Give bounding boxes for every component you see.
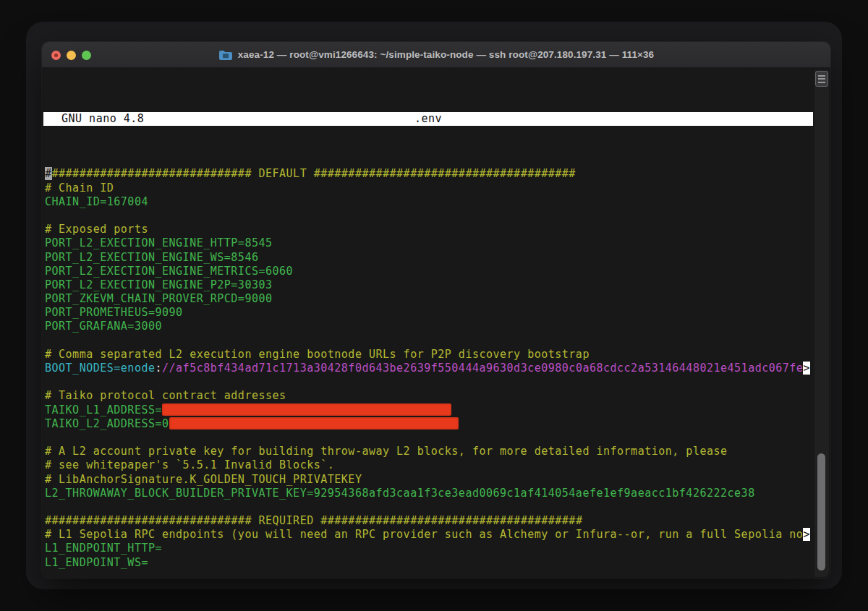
text-segment: PORT_ZKEVM_CHAIN_PROVER_RPCD=9000	[45, 292, 273, 305]
terminal-line: PORT_L2_EXECTION_ENGINE_METRICS=6060	[43, 265, 813, 278]
terminal-line: # Comma separated L2 execution engine bo…	[43, 348, 813, 362]
text-segment: PORT_L2_EXECTION_ENGINE_METRICS=6060	[45, 265, 293, 278]
text-segment: REQUIRED	[252, 514, 320, 527]
terminal-window: xaea-12 — root@vmi1266643: ~/simple-taik…	[42, 42, 830, 578]
text-segment: TAIKO_L1_ADDRESS=	[45, 403, 162, 416]
terminal-line: # L1 Sepolia RPC endpoints (you will nee…	[43, 528, 813, 542]
text-segment: BOOT_NODES=enode	[45, 362, 156, 375]
terminal-line	[43, 209, 813, 223]
terminal-line: L2_THROWAWAY_BLOCK_BUILDER_PRIVATE_KEY=9…	[43, 487, 813, 500]
terminal-screen: GNU nano 4.8 .env ######################…	[43, 70, 813, 578]
terminal-line	[43, 375, 813, 389]
line-continuation-marker: >	[803, 528, 810, 541]
terminal-line: L1_ENDPOINT_WS=	[43, 556, 813, 570]
text-segment: # Chain ID	[45, 181, 114, 195]
text-segment: CHAIN_ID=167004	[45, 195, 148, 208]
close-button[interactable]	[51, 51, 61, 60]
terminal-line: # Taiko protocol contract addresses	[43, 389, 813, 403]
text-segment: # see whitepaper's `5.5.1 Invalid Blocks…	[45, 458, 334, 471]
terminal-line: # A L2 account private key for building …	[43, 445, 813, 458]
text-segment: :	[156, 362, 163, 375]
window-titlebar[interactable]: xaea-12 — root@vmi1266643: ~/simple-taik…	[42, 42, 830, 68]
text-segment: # LibAnchorSignature.K_GOLDEN_TOUCH_PRIV…	[45, 473, 362, 486]
text-segment: DEFAULT	[252, 167, 314, 180]
terminal-line: PORT_ZKEVM_CHAIN_PROVER_RPCD=9000	[43, 292, 813, 306]
terminal-line: L1_ENDPOINT_HTTP=	[43, 542, 813, 555]
terminal-line: ############################## DEFAULT #…	[43, 167, 813, 181]
line-continuation-marker: >	[803, 362, 810, 375]
text-segment: ######################################	[320, 514, 582, 527]
traffic-lights	[51, 42, 91, 68]
text-segment: L1_ENDPOINT_HTTP=	[45, 542, 162, 555]
terminal-line: PORT_PROMETHEUS=9090	[43, 306, 813, 320]
folder-icon	[218, 49, 233, 61]
text-segment: TAIKO_L2_ADDRESS=0	[45, 417, 169, 430]
terminal-line: TAIKO_L1_ADDRESS=	[43, 403, 813, 417]
text-segment: # Exposed ports	[45, 223, 148, 236]
terminal-line	[43, 500, 813, 514]
terminal-line: ############################## REQUIRED …	[43, 514, 813, 528]
title-group: xaea-12 — root@vmi1266643: ~/simple-taik…	[218, 49, 654, 61]
text-segment: ##############################	[45, 514, 252, 527]
text-segment: # Comma separated L2 execution engine bo…	[45, 348, 590, 361]
cursor-block: #	[45, 167, 52, 180]
terminal-line: TAIKO_L2_ADDRESS=0	[43, 417, 813, 431]
terminal-line: PORT_L2_EXECTION_ENGINE_WS=8546	[43, 251, 813, 265]
nano-titlebar: GNU nano 4.8 .env	[43, 112, 813, 126]
terminal-line: # Chain ID	[43, 181, 813, 195]
terminal-line: BOOT_NODES=enode://af5c8bf434ad71c1713a3…	[43, 362, 813, 375]
text-segment: PORT_GRAFANA=3000	[45, 320, 162, 333]
nano-filename: .env	[414, 112, 442, 126]
text-segment: # Taiko protocol contract addresses	[45, 389, 286, 402]
terminal-line: # Exposed ports	[43, 223, 813, 236]
text-segment: L2_THROWAWAY_BLOCK_BUILDER_PRIVATE_KEY=9…	[45, 487, 755, 500]
terminal-lines: ############################## DEFAULT #…	[43, 167, 813, 578]
text-segment: PORT_PROMETHEUS=9090	[45, 306, 183, 319]
terminal-line: PORT_GRAFANA=3000	[43, 320, 813, 333]
text-segment: PORT_L2_EXECTION_ENGINE_HTTP=8545	[45, 236, 273, 249]
text-segment: //af5c8bf434ad71c1713a30428f0d643be2639f…	[162, 362, 803, 375]
terminal-line: # see whitepaper's `5.5.1 Invalid Blocks…	[43, 458, 813, 472]
text-segment: L1_ENDPOINT_WS=	[45, 556, 148, 569]
text-segment: PORT_L2_EXECTION_ENGINE_P2P=30303	[45, 278, 273, 291]
terminal-line: PORT_L2_EXECTION_ENGINE_P2P=30303	[43, 278, 813, 292]
scroll-mark-icon[interactable]	[815, 71, 828, 87]
terminal-line	[43, 431, 813, 445]
nano-app-version: GNU nano 4.8	[61, 112, 144, 126]
terminal-line	[43, 570, 813, 578]
redaction-bar	[162, 403, 451, 416]
terminal-line	[43, 334, 813, 348]
terminal-view[interactable]: GNU nano 4.8 .env ######################…	[42, 69, 830, 578]
zoom-button[interactable]	[82, 51, 91, 60]
text-segment: # A L2 account private key for building …	[45, 445, 728, 458]
scrollbar-track[interactable]	[814, 70, 829, 577]
redaction-bar	[169, 417, 459, 430]
minimize-button[interactable]	[67, 51, 76, 60]
terminal-line: PORT_L2_EXECTION_ENGINE_HTTP=8545	[43, 236, 813, 250]
text-segment: #############################	[52, 167, 252, 180]
terminal-line: CHAIN_ID=167004	[43, 195, 813, 209]
scrollbar-thumb[interactable]	[817, 453, 825, 571]
text-segment: ######################################	[314, 167, 576, 180]
terminal-line: # LibAnchorSignature.K_GOLDEN_TOUCH_PRIV…	[43, 473, 813, 487]
desktop-backdrop: xaea-12 — root@vmi1266643: ~/simple-taik…	[26, 22, 842, 589]
text-segment: # L1 Sepolia RPC endpoints (you will nee…	[45, 528, 803, 541]
window-title: xaea-12 — root@vmi1266643: ~/simple-taik…	[238, 49, 654, 60]
text-segment: PORT_L2_EXECTION_ENGINE_WS=8546	[45, 251, 258, 264]
